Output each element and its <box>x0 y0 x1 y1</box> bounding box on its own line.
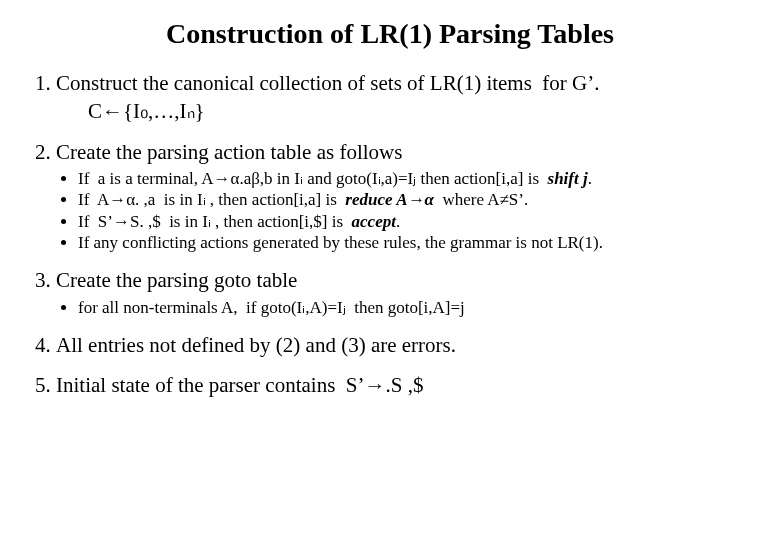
item-1: Construct the canonical collection of se… <box>56 70 750 125</box>
item-5: Initial state of the parser contains S’→… <box>56 372 750 398</box>
item-2-b3: If S’→S. ,$ is in Iᵢ , then action[i,$] … <box>78 212 750 232</box>
slide: Construction of LR(1) Parsing Tables Con… <box>0 0 780 540</box>
item-4-text: All entries not defined by (2) and (3) a… <box>56 333 456 357</box>
item-2-bullets: If a is a terminal, A→α.aβ,b in Iᵢ and g… <box>78 169 750 254</box>
item-4: All entries not defined by (2) and (3) a… <box>56 332 750 358</box>
item-2-b1: If a is a terminal, A→α.aβ,b in Iᵢ and g… <box>78 169 750 189</box>
item-3-text: Create the parsing goto table <box>56 268 297 292</box>
item-3: Create the parsing goto table for all no… <box>56 267 750 318</box>
item-3-bullets: for all non-terminals A, if goto(Iᵢ,A)=I… <box>78 298 750 318</box>
item-2-text: Create the parsing action table as follo… <box>56 140 402 164</box>
item-2-b2: If A→α. ,a is in Iᵢ , then action[i,a] i… <box>78 190 750 210</box>
item-1-sub: C←{I₀,…,Iₙ} <box>88 98 750 124</box>
main-list: Construct the canonical collection of se… <box>56 70 750 398</box>
item-2: Create the parsing action table as follo… <box>56 139 750 254</box>
item-1-text: Construct the canonical collection of se… <box>56 71 600 95</box>
item-2-b4: If any conflicting actions generated by … <box>78 233 750 253</box>
page-title: Construction of LR(1) Parsing Tables <box>30 18 750 50</box>
item-5-text: Initial state of the parser contains S’→… <box>56 373 423 397</box>
item-3-b1: for all non-terminals A, if goto(Iᵢ,A)=I… <box>78 298 750 318</box>
